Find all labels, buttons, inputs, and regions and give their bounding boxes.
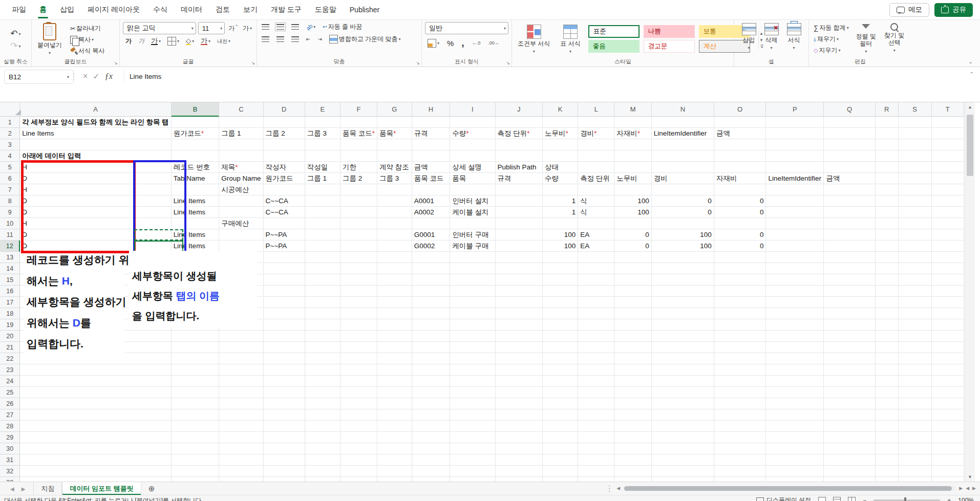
cell-E13[interactable] (305, 252, 340, 263)
sheet-prev-icon[interactable]: ◀ (10, 486, 14, 492)
cell-L18[interactable] (578, 308, 614, 319)
cell-F33[interactable] (340, 477, 377, 482)
cell-E10[interactable] (305, 218, 340, 229)
scroll-down-icon[interactable]: ▼ (965, 472, 975, 482)
column-header-N[interactable]: N (652, 102, 714, 117)
cell-E32[interactable] (305, 466, 340, 477)
cell-E7[interactable] (305, 184, 340, 195)
sheet-next-icon[interactable]: ▶ (22, 486, 26, 492)
cell-Q32[interactable] (824, 466, 875, 477)
cell-R4[interactable] (876, 150, 899, 162)
cell-O31[interactable] (714, 454, 766, 466)
cell-I1[interactable] (450, 117, 495, 128)
cell-H33[interactable] (412, 477, 450, 482)
cell-Q7[interactable] (824, 184, 875, 195)
cell-A27[interactable] (20, 409, 172, 421)
cell-L16[interactable] (578, 286, 614, 297)
cell-H28[interactable] (412, 421, 450, 432)
cell-G33[interactable] (377, 477, 412, 482)
cell-J28[interactable] (496, 421, 543, 432)
cell-Q33[interactable] (824, 477, 875, 482)
cell-F25[interactable] (340, 387, 377, 398)
cell-S8[interactable] (899, 195, 932, 207)
cell-G5[interactable]: 계약 참조 (377, 162, 412, 173)
cell-J30[interactable] (496, 443, 543, 454)
cell-H12[interactable]: G0002 (412, 241, 450, 252)
cell-S7[interactable] (899, 184, 932, 195)
cell-A2[interactable]: Line Items (20, 128, 172, 139)
column-header-Q[interactable]: Q (824, 102, 875, 117)
cell-I9[interactable]: 케이블 설치 (450, 207, 495, 218)
cell-T23[interactable] (932, 364, 964, 376)
cell-R16[interactable] (876, 286, 899, 297)
cell-I23[interactable] (450, 364, 495, 376)
cell-A32[interactable] (20, 466, 172, 477)
cell-S10[interactable] (899, 218, 932, 229)
cell-B8[interactable]: Line Items (172, 195, 219, 207)
cell-I18[interactable] (450, 308, 495, 319)
cell-K25[interactable] (543, 387, 578, 398)
cell-B28[interactable] (172, 421, 219, 432)
cell-T17[interactable] (932, 297, 964, 308)
cell-P19[interactable] (766, 319, 824, 331)
menu-tab-삽입[interactable]: 삽입 (53, 0, 81, 19)
cell-S32[interactable] (899, 466, 932, 477)
cell-D2[interactable]: 그룹 2 (264, 128, 305, 139)
cell-F15[interactable] (340, 274, 377, 286)
cell-T22[interactable] (932, 353, 964, 364)
cell-G9[interactable] (377, 207, 412, 218)
cell-G20[interactable] (377, 331, 412, 342)
cell-J7[interactable] (496, 184, 543, 195)
cell-G14[interactable] (377, 263, 412, 274)
cell-O3[interactable] (714, 139, 766, 150)
cell-B24[interactable] (172, 376, 219, 387)
cell-R26[interactable] (876, 398, 899, 409)
cell-G31[interactable] (377, 454, 412, 466)
cell-R5[interactable] (876, 162, 899, 173)
formula-bar-collapse-icon[interactable]: ⌃ (970, 71, 974, 77)
autosum-button[interactable]: ∑자동 합계▾ (812, 23, 850, 33)
cell-K32[interactable] (543, 466, 578, 477)
cell-T6[interactable] (932, 173, 964, 184)
cell-J4[interactable] (496, 150, 543, 162)
share-button[interactable]: 공유 (934, 3, 973, 17)
cell-C8[interactable] (219, 195, 263, 207)
cell-M8[interactable]: 100 (614, 195, 651, 207)
cell-B1[interactable] (172, 117, 219, 128)
cell-I28[interactable] (450, 421, 495, 432)
cell-J10[interactable] (496, 218, 543, 229)
grip-dots[interactable]: ⋮ (605, 484, 613, 493)
cell-C31[interactable] (219, 454, 263, 466)
cell-L4[interactable] (578, 150, 614, 162)
cell-H9[interactable]: A0002 (412, 207, 450, 218)
row-header-18[interactable]: 18 (0, 308, 20, 319)
cell-I17[interactable] (450, 297, 495, 308)
cell-J24[interactable] (496, 376, 543, 387)
cell-E6[interactable]: 그룹 1 (305, 173, 340, 184)
cell-O10[interactable] (714, 218, 766, 229)
cell-D9[interactable]: C~~CA (264, 207, 305, 218)
conditional-formatting-button[interactable]: 조건부 서식 ▾ (515, 24, 552, 56)
cell-C10[interactable]: 구매예산 (219, 218, 263, 229)
cell-S28[interactable] (899, 421, 932, 432)
cell-T33[interactable] (932, 477, 964, 482)
cell-M14[interactable] (614, 263, 651, 274)
cell-E25[interactable] (305, 387, 340, 398)
collapse-ribbon-button[interactable]: ⌄ (966, 58, 976, 65)
column-header-D[interactable]: D (264, 102, 305, 117)
cell-R14[interactable] (876, 263, 899, 274)
row-header-1[interactable]: 1 (0, 117, 20, 128)
cell-D20[interactable] (264, 331, 305, 342)
cell-C6[interactable]: Group Name (219, 173, 263, 184)
menu-tab-홈[interactable]: 홈 (33, 0, 53, 19)
row-header-33[interactable]: 33 (0, 477, 20, 482)
cell-N25[interactable] (652, 387, 714, 398)
cell-L30[interactable] (578, 443, 614, 454)
cell-T20[interactable] (932, 331, 964, 342)
cell-Q30[interactable] (824, 443, 875, 454)
cell-B33[interactable] (172, 477, 219, 482)
cell-Q5[interactable] (824, 162, 875, 173)
cell-H23[interactable] (412, 364, 450, 376)
decrease-decimal-button[interactable]: .00→ (486, 40, 501, 46)
column-header-J[interactable]: J (496, 102, 543, 117)
